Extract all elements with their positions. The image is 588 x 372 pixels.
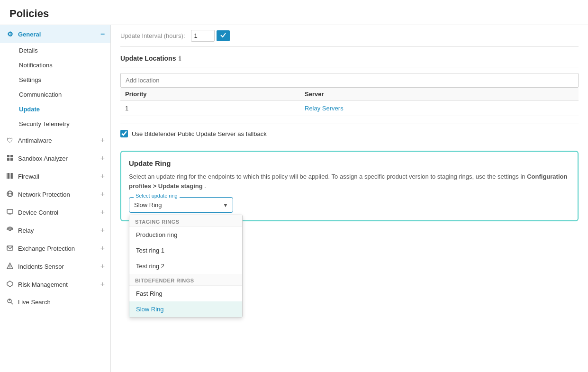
staging-rings-group-label: STAGING RINGS [129, 215, 242, 227]
expand-icon[interactable]: + [100, 136, 105, 145]
sidebar-item-network-protection[interactable]: Network Protection + [0, 185, 110, 203]
sidebar-item-device-control[interactable]: Device Control + [0, 203, 110, 221]
svg-rect-12 [7, 209, 13, 213]
live-search-icon [6, 298, 14, 306]
svg-point-14 [9, 229, 11, 231]
add-location-input[interactable] [120, 73, 579, 88]
fallback-row: Use Bitdefender Public Update Server as … [120, 124, 579, 143]
update-ring-dropdown-wrapper: Select update ring Slow Ring Production … [129, 197, 233, 213]
expand-icon[interactable]: + [100, 226, 105, 235]
sidebar-item-firewall[interactable]: Firewall + [0, 167, 110, 185]
exchange-icon [6, 245, 14, 253]
page-title: Policies [0, 0, 588, 25]
svg-line-20 [11, 302, 13, 304]
svg-rect-0 [7, 155, 9, 157]
sidebar-item-incidents-sensor[interactable]: Incidents Sensor + [0, 257, 110, 275]
fallback-checkbox[interactable] [120, 130, 128, 137]
expand-icon[interactable]: + [100, 208, 105, 217]
update-interval-label: Update Interval (hours): [120, 32, 185, 39]
sidebar-item-communication[interactable]: Communication [0, 87, 110, 102]
sidebar-item-risk-management[interactable]: Risk Management + [0, 275, 110, 293]
expand-icon[interactable]: + [100, 280, 105, 289]
sidebar: ⚙ General − Details Notifications Settin… [0, 25, 111, 372]
expand-icon[interactable]: + [100, 262, 105, 271]
sidebar-item-label: Incidents Sensor [18, 263, 64, 270]
dropdown-option-production-ring[interactable]: Production ring [129, 227, 242, 243]
sidebar-item-notifications[interactable]: Notifications [0, 58, 110, 73]
svg-rect-13 [9, 214, 11, 215]
svg-rect-3 [10, 158, 13, 161]
update-interval-row: Update Interval (hours): [120, 25, 579, 47]
expand-icon[interactable]: + [100, 154, 105, 163]
svg-rect-7 [11, 173, 12, 179]
priority-cell: 1 [120, 101, 300, 116]
fallback-label[interactable]: Use Bitdefender Public Update Server as … [132, 130, 267, 137]
firewall-icon [6, 172, 14, 181]
description-end: . [204, 182, 206, 190]
dropdown-label: Select update ring [134, 193, 180, 199]
sidebar-item-general[interactable]: ⚙ General − [0, 25, 110, 43]
sidebar-item-sandbox-analyzer[interactable]: Sandbox Analyzer + [0, 149, 110, 167]
update-locations-section: Update Locations ℹ Priority Server 1 Rel… [120, 54, 579, 116]
device-icon [6, 209, 14, 217]
sidebar-item-antimalware[interactable]: 🛡 Antimalware + [0, 131, 110, 149]
sidebar-item-label: General [18, 31, 41, 38]
update-locations-header: Update Locations ℹ [120, 54, 579, 62]
sidebar-item-label: Firewall [18, 173, 39, 180]
priority-header: Priority [120, 88, 300, 101]
dropdown-option-test-ring-2[interactable]: Test ring 2 [129, 258, 242, 274]
table-row: 1 Relay Servers [120, 101, 579, 116]
collapse-icon[interactable]: − [100, 30, 105, 38]
update-interval-input[interactable] [191, 30, 215, 42]
update-ring-description: Select an update ring for the endpoints … [129, 172, 570, 191]
svg-rect-1 [10, 155, 13, 157]
svg-rect-4 [7, 173, 8, 179]
update-interval-confirm-button[interactable] [217, 30, 230, 41]
locations-table: Priority Server 1 Relay Servers [120, 88, 579, 116]
expand-icon[interactable]: + [100, 244, 105, 253]
svg-rect-5 [8, 173, 9, 179]
description-text: Select an update ring for the endpoints … [129, 173, 527, 180]
svg-rect-6 [9, 173, 10, 179]
svg-rect-2 [7, 158, 9, 161]
sidebar-item-settings[interactable]: Settings [0, 73, 110, 87]
sidebar-item-label: Network Protection [18, 191, 70, 198]
sidebar-item-label: Live Search [18, 299, 51, 306]
update-ring-card: Update Ring Select an update ring for th… [120, 151, 579, 221]
incidents-icon [6, 263, 14, 271]
update-ring-title: Update Ring [129, 159, 570, 167]
update-ring-select[interactable]: Slow Ring Production ring Test ring 1 Te… [129, 197, 233, 213]
expand-icon[interactable]: + [100, 190, 105, 199]
sidebar-item-relay[interactable]: Relay + [0, 221, 110, 239]
sidebar-item-update[interactable]: Update [0, 102, 110, 117]
sidebar-item-live-search[interactable]: Live Search [0, 293, 110, 311]
risk-icon [6, 281, 14, 289]
sidebar-item-label: Risk Management [18, 281, 68, 288]
dropdown-panel: STAGING RINGS Production ring Test ring … [129, 215, 243, 318]
sidebar-item-label: Antimalware [18, 137, 52, 144]
update-locations-title: Update Locations [120, 54, 176, 62]
sidebar-item-security-telemetry[interactable]: Security Telemetry [0, 117, 110, 131]
server-header: Server [300, 88, 579, 101]
dropdown-option-test-ring-1[interactable]: Test ring 1 [129, 243, 242, 258]
dropdown-option-fast-ring[interactable]: Fast Ring [129, 286, 242, 301]
network-icon [6, 191, 14, 199]
expand-icon[interactable]: + [100, 172, 105, 181]
gear-icon: ⚙ [6, 30, 14, 38]
sidebar-item-label: Sandbox Analyzer [18, 155, 68, 162]
sidebar-item-label: Device Control [18, 209, 58, 216]
sandbox-icon [6, 154, 14, 163]
svg-point-21 [9, 299, 10, 301]
relay-icon [6, 227, 14, 235]
svg-point-18 [9, 267, 10, 268]
sidebar-item-label: Exchange Protection [18, 245, 75, 252]
sidebar-item-exchange-protection[interactable]: Exchange Protection + [0, 239, 110, 257]
sidebar-item-label: Relay [18, 227, 34, 234]
sidebar-item-details[interactable]: Details [0, 43, 110, 58]
dropdown-option-slow-ring[interactable]: Slow Ring [129, 301, 242, 317]
relay-servers-link[interactable]: Relay Servers [305, 105, 344, 112]
info-icon: ℹ [179, 55, 181, 62]
server-cell: Relay Servers [300, 101, 579, 116]
bitdefender-rings-group-label: BITDEFENDER RINGS [129, 274, 242, 286]
svg-rect-8 [12, 173, 13, 179]
